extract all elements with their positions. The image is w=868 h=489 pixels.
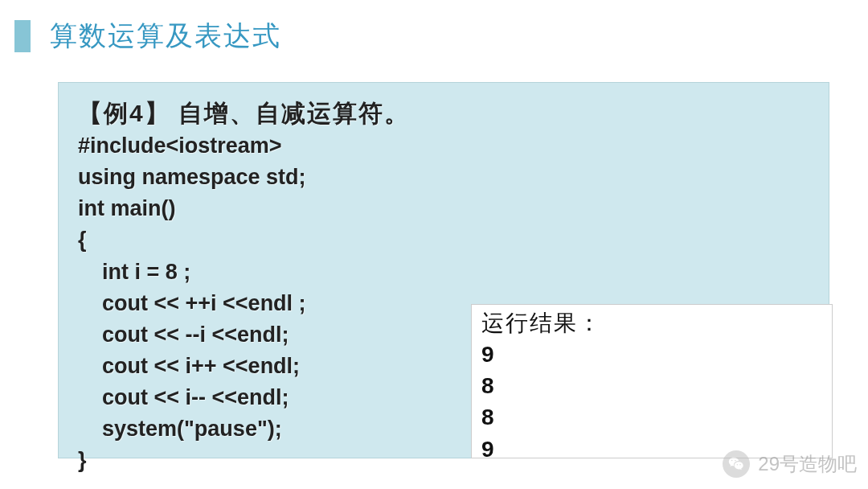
slide-title-bar: 算数运算及表达式	[0, 0, 868, 55]
code-line-1: #include<iostream>	[78, 130, 809, 162]
result-box: 运行结果： 9 8 8 9	[471, 304, 833, 458]
example-label: 【例4】 自增、自减运算符。	[78, 97, 809, 130]
watermark-text: 29号造物吧	[758, 451, 857, 477]
result-line-3: 8	[481, 401, 822, 433]
wechat-icon	[723, 450, 750, 478]
code-line-2: using namespace std;	[78, 162, 809, 193]
slide-title: 算数运算及表达式	[50, 18, 281, 55]
title-accent-block	[14, 20, 31, 52]
code-line-5: int i = 8 ;	[78, 257, 809, 288]
result-title: 运行结果：	[481, 308, 822, 339]
result-line-2: 8	[481, 370, 822, 401]
watermark: 29号造物吧	[723, 450, 857, 478]
result-line-1: 9	[481, 339, 822, 370]
code-line-4: {	[78, 224, 809, 256]
code-line-3: int main()	[78, 193, 809, 224]
